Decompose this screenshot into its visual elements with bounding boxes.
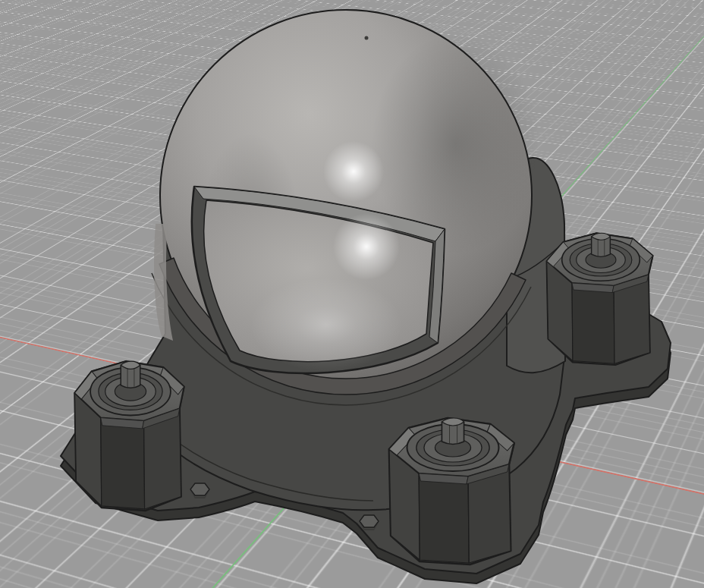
lens-specular-highlight xyxy=(333,213,400,280)
dome-surface-dot xyxy=(365,36,369,40)
mount-boss-left[interactable] xyxy=(75,361,184,511)
model-dome-enclosure[interactable] xyxy=(0,0,704,588)
dome-specular-highlight xyxy=(323,141,384,202)
lens-glow xyxy=(250,278,402,372)
mount-boss-center[interactable] xyxy=(389,418,514,564)
cad-viewport[interactable] xyxy=(0,0,704,588)
mount-boss-right[interactable] xyxy=(547,233,653,365)
